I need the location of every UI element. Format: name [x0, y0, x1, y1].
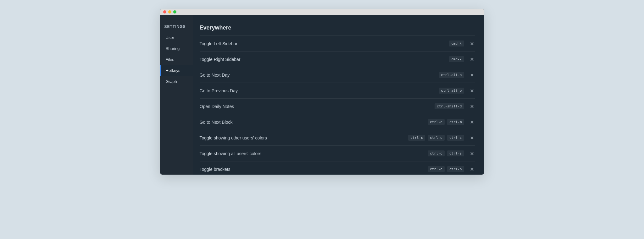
hotkey-keys: cmd-/ [449, 56, 475, 62]
hotkey-row: Go to Next Dayctrl-alt-n [200, 67, 475, 83]
kbd-chip[interactable]: cmd-\ [449, 41, 464, 46]
hotkey-label: Toggle showing all users' colors [200, 151, 261, 156]
close-icon[interactable] [469, 119, 475, 125]
hotkey-row: Go to Previous Dayctrl-alt-p [200, 83, 475, 99]
hotkey-label: Go to Next Block [200, 120, 233, 125]
hotkey-label: Toggle showing other users' colors [200, 135, 267, 140]
hotkey-label: Toggle brackets [200, 167, 230, 172]
close-icon[interactable] [469, 135, 475, 141]
sidebar-title: SETTINGS [160, 24, 193, 32]
close-icon[interactable] [469, 72, 475, 78]
kbd-chip[interactable]: ctrl-c [408, 135, 425, 141]
hotkey-row: Toggle Left Sidebarcmd-\ [200, 36, 475, 52]
close-window-button[interactable] [163, 10, 166, 14]
kbd-chip[interactable]: ctrl-c [428, 135, 445, 141]
hotkey-keys: cmd-\ [449, 41, 475, 46]
hotkey-label: Toggle Left Sidebar [200, 41, 238, 46]
hotkey-keys: ctrl-shift-d [435, 103, 475, 109]
hotkey-label: Go to Previous Day [200, 88, 238, 93]
sidebar-item-hotkeys[interactable]: Hotkeys [160, 65, 193, 76]
titlebar [160, 9, 484, 15]
sidebar-item-files[interactable]: Files [160, 54, 193, 65]
sidebar: SETTINGS UserSharingFilesHotkeysGraph [160, 15, 193, 175]
hotkey-keys: ctrl-cctrl-cctrl-s [408, 135, 475, 141]
close-icon[interactable] [469, 41, 475, 46]
close-icon[interactable] [469, 166, 475, 172]
settings-window: SETTINGS UserSharingFilesHotkeysGraph Ev… [160, 9, 484, 175]
hotkey-keys: ctrl-cctrl-s [428, 150, 475, 156]
sidebar-item-user[interactable]: User [160, 32, 193, 43]
hotkey-row: Toggle showing all users' colorsctrl-cct… [200, 146, 475, 161]
hotkey-label: Toggle Right Sidebar [200, 57, 241, 62]
kbd-chip[interactable]: ctrl-shift-d [435, 103, 464, 109]
close-icon[interactable] [469, 57, 475, 62]
kbd-chip[interactable]: ctrl-c [428, 150, 445, 156]
hotkey-row: Toggle Right Sidebarcmd-/ [200, 52, 475, 67]
hotkey-row: Open Daily Notesctrl-shift-d [200, 99, 475, 114]
hotkey-row: Toggle showing other users' colorsctrl-c… [200, 130, 475, 146]
kbd-chip[interactable]: ctrl-b [447, 166, 464, 172]
close-icon[interactable] [469, 151, 475, 156]
hotkey-keys: ctrl-cctrl-b [428, 166, 475, 172]
kbd-chip[interactable]: ctrl-c [428, 166, 445, 172]
minimize-window-button[interactable] [168, 10, 171, 14]
kbd-chip[interactable]: ctrl-c [428, 119, 445, 125]
window-body: SETTINGS UserSharingFilesHotkeysGraph Ev… [160, 15, 484, 175]
hotkey-label: Go to Next Day [200, 73, 230, 78]
kbd-chip[interactable]: ctrl-alt-p [439, 88, 464, 94]
hotkey-row: Go to Next Blockctrl-cctrl-m [200, 114, 475, 130]
kbd-chip[interactable]: ctrl-m [447, 119, 464, 125]
hotkey-keys: ctrl-alt-n [439, 72, 475, 78]
close-icon[interactable] [469, 104, 475, 109]
section-title: Everywhere [200, 24, 475, 36]
hotkey-keys: ctrl-alt-p [439, 88, 475, 94]
maximize-window-button[interactable] [173, 10, 176, 14]
kbd-chip[interactable]: ctrl-s [447, 135, 464, 141]
main-panel: Everywhere Toggle Left Sidebarcmd-\Toggl… [193, 15, 484, 175]
hotkey-keys: ctrl-cctrl-m [428, 119, 475, 125]
sidebar-item-graph[interactable]: Graph [160, 76, 193, 87]
sidebar-item-sharing[interactable]: Sharing [160, 43, 193, 54]
close-icon[interactable] [469, 88, 475, 94]
hotkey-row: Toggle bracketsctrl-cctrl-b [200, 161, 475, 175]
hotkey-label: Open Daily Notes [200, 104, 234, 109]
kbd-chip[interactable]: ctrl-alt-n [439, 72, 464, 78]
kbd-chip[interactable]: ctrl-s [447, 150, 464, 156]
kbd-chip[interactable]: cmd-/ [449, 56, 464, 62]
